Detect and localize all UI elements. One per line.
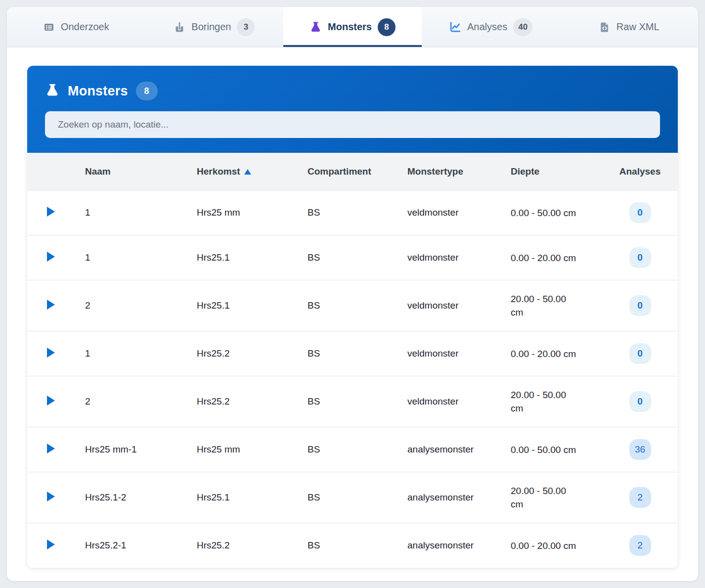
analyses-count-badge: 0 (629, 202, 651, 223)
analyses-count-badge: 2 (629, 535, 651, 556)
list-icon (43, 21, 55, 33)
cell-naam: 2 (85, 396, 197, 407)
column-header-monstertype[interactable]: Monstertype (407, 166, 511, 177)
tab-badge: 40 (513, 18, 532, 36)
tab-bar: Onderzoek Boringen 3 Monsters 8 Analyses… (7, 7, 698, 47)
panel-title: Monsters (68, 84, 128, 99)
cell-herkomst: Hrs25.2 (197, 540, 308, 551)
tab-badge: 8 (378, 18, 396, 36)
analyses-count-badge: 0 (629, 295, 651, 316)
table-row: 2 Hrs25.2 BS veldmonster 20.00 - 50.00 c… (27, 376, 678, 427)
expand-row-icon[interactable] (47, 252, 55, 262)
table-row: 1 Hrs25.2 BS veldmonster 0.00 - 20.00 cm… (27, 331, 678, 376)
column-header-compartiment[interactable]: Compartiment (308, 166, 407, 177)
tab-badge: 3 (237, 18, 255, 36)
cell-naam: Hrs25 mm-1 (85, 444, 197, 455)
cell-monstertype: veldmonster (407, 348, 511, 359)
monsters-table: Naam Herkomst Compartiment Monstertype D… (27, 153, 678, 568)
cell-diepte: 0.00 - 20.00 cm (511, 251, 602, 265)
cell-monstertype: analysemonster (407, 492, 511, 503)
analyses-count-badge: 36 (629, 439, 651, 460)
expand-row-icon[interactable] (47, 540, 55, 549)
table-row: Hrs25 mm-1 Hrs25 mm BS analysemonster 0.… (27, 427, 678, 472)
cell-monstertype: analysemonster (407, 540, 511, 551)
tab-label: Onderzoek (61, 21, 109, 33)
cell-monstertype: veldmonster (407, 207, 511, 218)
table-row: Hrs25.2-1 Hrs25.2 BS analysemonster 0.00… (27, 523, 678, 568)
cell-monstertype: veldmonster (407, 252, 511, 263)
cell-herkomst: Hrs25 mm (197, 207, 308, 218)
tab-label: Boringen (191, 21, 231, 33)
analyses-count-badge: 0 (629, 391, 651, 412)
cell-compartiment: BS (308, 396, 407, 407)
cell-monstertype: analysemonster (407, 444, 511, 455)
cell-herkomst: Hrs25.1 (197, 252, 308, 263)
expand-row-icon[interactable] (47, 444, 55, 453)
cell-herkomst: Hrs25 mm (197, 444, 308, 455)
cell-monstertype: veldmonster (407, 300, 511, 311)
analyses-count-badge: 0 (629, 247, 651, 268)
cell-naam: Hrs25.2-1 (85, 540, 197, 551)
tab-label: Raw XML (617, 21, 660, 33)
cell-naam: 1 (85, 207, 197, 218)
panel-header: Monsters 8 (27, 66, 678, 153)
analyses-count-badge: 0 (629, 343, 651, 364)
expand-row-icon[interactable] (47, 207, 55, 217)
tab-boringen[interactable]: Boringen 3 (145, 7, 284, 47)
search-input[interactable] (45, 111, 660, 138)
cell-diepte: 0.00 - 50.00 cm (511, 206, 602, 220)
cell-diepte: 20.00 - 50.00 cm (511, 484, 602, 511)
cell-naam: 2 (85, 300, 197, 311)
cell-diepte: 0.00 - 50.00 cm (511, 443, 602, 456)
app-card: Onderzoek Boringen 3 Monsters 8 Analyses… (7, 7, 698, 581)
cell-herkomst: Hrs25.1 (197, 492, 308, 503)
cell-herkomst: Hrs25.1 (197, 300, 308, 311)
cell-herkomst: Hrs25.2 (197, 396, 308, 407)
tab-analyses[interactable]: Analyses 40 (422, 7, 560, 47)
cell-monstertype: veldmonster (407, 396, 511, 407)
column-header-analyses[interactable]: Analyses (602, 166, 678, 177)
tab-panel-monsters: Monsters 8 Naam Herkomst Compartiment Mo… (7, 47, 698, 568)
table-row: 1 Hrs25 mm BS veldmonster 0.00 - 50.00 c… (27, 190, 678, 235)
tab-raw-xml[interactable]: Raw XML (560, 7, 698, 47)
expand-row-icon[interactable] (47, 492, 55, 501)
column-header-herkomst[interactable]: Herkomst (197, 166, 308, 177)
monsters-panel: Monsters 8 Naam Herkomst Compartiment Mo… (27, 66, 678, 568)
file-code-icon (599, 21, 611, 33)
tab-label: Analyses (467, 21, 507, 33)
flask-icon (45, 83, 60, 99)
table-header-row: Naam Herkomst Compartiment Monstertype D… (27, 153, 678, 190)
cell-diepte: 0.00 - 20.00 cm (511, 539, 602, 552)
table-row: 1 Hrs25.1 BS veldmonster 0.00 - 20.00 cm… (27, 235, 678, 280)
expand-row-icon[interactable] (47, 396, 55, 406)
tab-label: Monsters (328, 21, 372, 33)
cell-compartiment: BS (308, 300, 407, 311)
cell-compartiment: BS (308, 252, 407, 263)
cell-diepte: 20.00 - 50.00 cm (511, 388, 602, 415)
cell-compartiment: BS (308, 207, 407, 218)
cell-compartiment: BS (308, 492, 407, 503)
cell-naam: Hrs25.1-2 (85, 492, 197, 503)
cell-herkomst: Hrs25.2 (197, 348, 308, 359)
flask-icon (309, 21, 322, 33)
cell-compartiment: BS (308, 540, 407, 551)
sort-ascending-icon (244, 169, 251, 175)
expand-row-icon[interactable] (47, 348, 55, 358)
table-row: Hrs25.1-2 Hrs25.1 BS analysemonster 20.0… (27, 472, 678, 523)
cell-diepte: 0.00 - 20.00 cm (511, 347, 602, 361)
cell-diepte: 20.00 - 50.00 cm (511, 292, 602, 319)
drill-icon (174, 21, 185, 33)
analyses-count-badge: 2 (629, 487, 651, 508)
tab-onderzoek[interactable]: Onderzoek (7, 7, 145, 47)
cell-compartiment: BS (308, 444, 407, 455)
column-header-naam[interactable]: Naam (85, 166, 197, 177)
expand-row-icon[interactable] (47, 300, 55, 310)
column-header-diepte[interactable]: Diepte (511, 165, 602, 178)
cell-naam: 1 (85, 252, 197, 263)
cell-naam: 1 (85, 348, 197, 359)
tab-monsters[interactable]: Monsters 8 (283, 7, 422, 47)
panel-count-badge: 8 (136, 82, 158, 100)
cell-compartiment: BS (308, 348, 407, 359)
table-row: 2 Hrs25.1 BS veldmonster 20.00 - 50.00 c… (27, 280, 678, 331)
chart-line-icon (449, 21, 461, 33)
